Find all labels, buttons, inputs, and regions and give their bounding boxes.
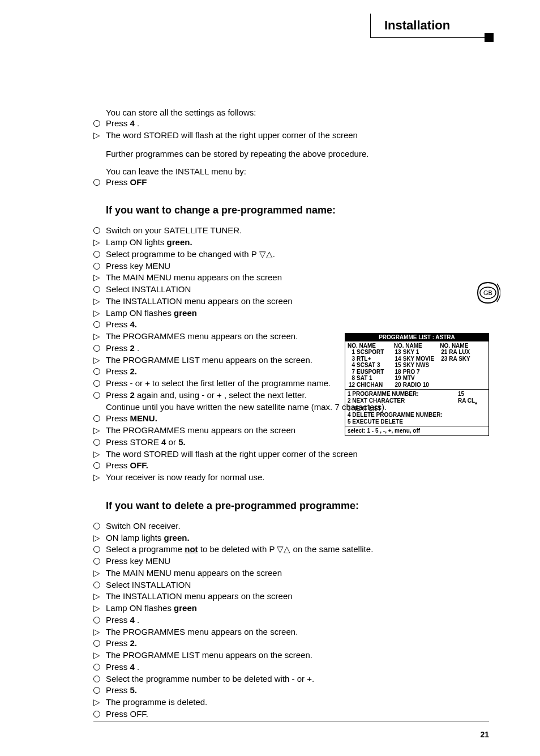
circle-icon — [93, 544, 104, 555]
circle-icon — [93, 615, 104, 626]
instruction-line: Press key MENU — [93, 556, 489, 567]
osd-entry: 8SAT 1 — [348, 375, 394, 382]
osd-entry: 4SCSAT 3 — [348, 362, 394, 369]
circle-icon — [93, 638, 104, 649]
instruction-line: ▷Your receiver is now ready for normal u… — [93, 472, 489, 483]
osd-title: PROGRAMME LIST : ASTRA — [345, 334, 488, 341]
instruction-line: ▷The word STORED will flash at the right… — [93, 449, 489, 460]
triangle-icon: ▷ — [93, 568, 104, 579]
instruction-line: ▷ON lamp lights green. — [93, 533, 489, 544]
instruction-line: ▷The MAIN MENU menu appears on the scree… — [93, 568, 489, 579]
circle-icon — [93, 390, 104, 401]
osd-body: NO. NAME NO. NAME NO. NAME 1SCSPORT3RTL+… — [345, 341, 488, 390]
osd-entry: 20RADIO 10 — [394, 382, 440, 388]
triangle-icon: ▷ — [93, 533, 104, 544]
osd-option-row: 3 NEXT LIST — [348, 405, 486, 412]
circle-icon — [93, 177, 104, 188]
osd-option-row: 5 EXECUTE DELETE — [348, 418, 486, 425]
osd-programme-list: PROGRAMME LIST : ASTRA NO. NAME NO. NAME… — [345, 333, 489, 436]
instruction-line: Press 4. — [93, 319, 489, 330]
circle-icon — [93, 225, 104, 236]
instruction-line: ▷The PROGRAMMES menu appears on the scre… — [93, 627, 489, 638]
osd-option-row: 2 NEXT CHARACTERRA CL▴ — [348, 398, 486, 405]
instruction-line: ▷Lamp ON flashes green — [93, 308, 489, 319]
instruction-line: Select INSTALLATION — [93, 580, 489, 591]
instruction-line: ▷The programme is deleted. — [93, 697, 489, 708]
circle-icon — [93, 709, 104, 720]
osd-option-row: 1 PROGRAMME NUMBER:15 — [348, 391, 486, 398]
header-title: Installation — [384, 18, 475, 33]
instruction-line: ▷Lamp ON flashes green — [93, 603, 489, 614]
instruction-line: ▷The INSTALLATION menu appears on the sc… — [93, 296, 489, 307]
circle-icon — [93, 249, 104, 260]
intro-further: Further programmes can be stored by repe… — [93, 149, 489, 159]
circle-icon — [93, 366, 104, 377]
instruction-line: Press STORE 4 or 5. — [93, 437, 489, 448]
instruction-line: Press OFF. — [93, 709, 489, 720]
osd-entry: 3RTL+ — [348, 356, 394, 362]
instruction-line: Press 5. — [93, 685, 489, 696]
instruction-line: Select a programme not to be deleted wit… — [93, 544, 489, 555]
osd-col-header: NO. NAME — [394, 343, 422, 349]
circle-icon — [93, 685, 104, 696]
triangle-icon: ▷ — [93, 627, 104, 638]
instruction-line: Press 2. — [93, 638, 489, 649]
circle-icon — [93, 378, 104, 389]
triangle-icon: ▷ — [93, 472, 104, 483]
triangle-icon: ▷ — [93, 697, 104, 708]
triangle-icon: ▷ — [93, 308, 104, 319]
circle-icon — [93, 580, 104, 591]
result-stored: ▷ The word STORED will flash at the righ… — [93, 130, 489, 141]
osd-entry: 21RA LUX — [440, 349, 486, 356]
instruction-line: ▷The PROGRAMME LIST menu appears on the … — [93, 650, 489, 661]
triangle-icon: ▷ — [93, 591, 104, 602]
step-press-4: Press 4 . — [93, 118, 489, 129]
intro-leave: You can leave the INSTALL menu by: — [93, 166, 489, 176]
step-press-off: Press OFF — [93, 177, 489, 188]
osd-entry: 19MTV — [394, 375, 440, 382]
circle-icon — [93, 460, 104, 471]
triangle-icon: ▷ — [93, 331, 104, 342]
circle-icon — [93, 662, 104, 673]
triangle-icon: ▷ — [93, 425, 104, 436]
osd-entry: 18PRO 7 — [394, 369, 440, 375]
circle-icon — [93, 556, 104, 567]
instruction-line: Switch on your SATELLITE TUNER. — [93, 225, 489, 236]
osd-entry: 7EUSPORT — [348, 369, 394, 375]
osd-footer: select: 1 - 5 , -, +, menu, off — [345, 426, 488, 435]
triangle-icon: ▷ — [93, 603, 104, 614]
instruction-line: Switch ON receiver. — [93, 521, 489, 532]
osd-entry: 15SKY NWS — [394, 362, 440, 369]
triangle-icon: ▷ — [93, 237, 104, 248]
triangle-icon: ▷ — [93, 296, 104, 307]
instruction-line: ▷Lamp ON lights green. — [93, 237, 489, 248]
osd-entry: 12CHICHAN — [348, 382, 394, 388]
instruction-line: Select programme to be changed with P ▽△… — [93, 249, 489, 260]
osd-option-row: 4 DELETE PROGRAMME NUMBER: — [348, 412, 486, 418]
osd-col-header: NO. NAME — [440, 343, 468, 349]
osd-entry: 13SKY 1 — [394, 349, 440, 356]
instruction-line: Select the programme number to be delete… — [93, 674, 489, 685]
header-box: Installation — [370, 14, 489, 38]
instruction-line: Press key MENU — [93, 261, 489, 272]
triangle-icon: ▷ — [93, 272, 104, 283]
footer-rule — [93, 721, 489, 722]
instruction-line: Select INSTALLATION — [93, 284, 489, 295]
instruction-line: Press OFF. — [93, 460, 489, 471]
section-change-name-title: If you want to change a pre-programmed n… — [106, 204, 489, 216]
osd-entry: 14SKY MOVIE — [394, 356, 440, 362]
osd-options: 1 PROGRAMME NUMBER:152 NEXT CHARACTERRA … — [345, 389, 488, 426]
triangle-icon: ▷ — [93, 130, 104, 141]
instruction-line: Press 4 . — [93, 615, 489, 626]
instruction-line: ▷The INSTALLATION menu appears on the sc… — [93, 591, 489, 602]
instruction-line: ▷The MAIN MENU menu appears on the scree… — [93, 272, 489, 283]
circle-icon — [93, 118, 104, 129]
circle-icon — [93, 261, 104, 272]
circle-icon — [93, 413, 104, 424]
osd-entry: 1SCSPORT — [348, 349, 394, 356]
circle-icon — [93, 437, 104, 448]
triangle-icon: ▷ — [93, 449, 104, 460]
triangle-icon: ▷ — [93, 355, 104, 366]
osd-entry: 23RA SKY — [440, 356, 486, 362]
circle-icon — [93, 284, 104, 295]
